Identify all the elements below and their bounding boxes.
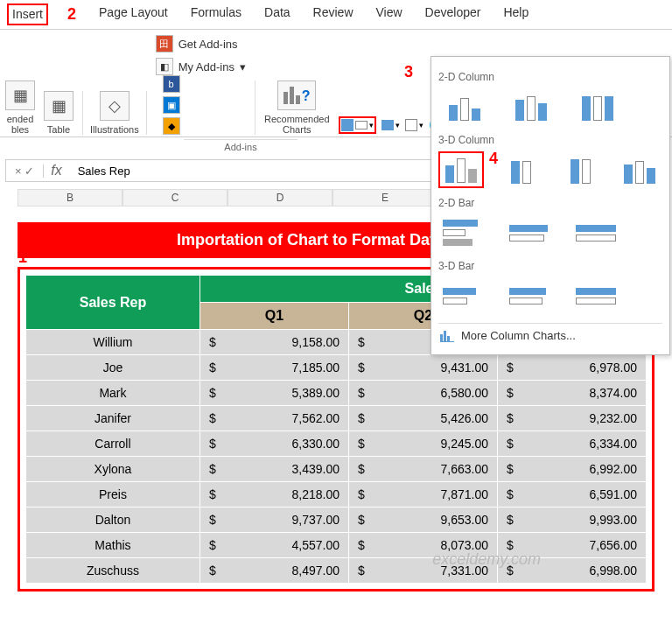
cell-q1[interactable]: $7,185.00 bbox=[200, 355, 348, 381]
cell-q1[interactable]: $9,737.00 bbox=[200, 508, 348, 533]
bles-label: bles bbox=[11, 124, 29, 135]
my-addins-button[interactable]: ◧ My Add-ins ▾ bbox=[156, 58, 246, 75]
cell-name[interactable]: Dalton bbox=[26, 508, 200, 533]
100-stacked-column-2d[interactable] bbox=[571, 88, 624, 125]
hdr-sales-rep: Sales Rep bbox=[26, 276, 200, 330]
col-b[interactable]: B bbox=[18, 189, 122, 206]
insert-combo-chart-button[interactable]: ▾ bbox=[382, 120, 400, 130]
clustered-column-3d[interactable] bbox=[438, 151, 484, 188]
cell-q1[interactable]: $6,330.00 bbox=[200, 431, 348, 457]
cell-q1[interactable]: $8,497.00 bbox=[200, 558, 348, 584]
cell-q2[interactable]: $6,580.00 bbox=[348, 381, 497, 406]
cell-name[interactable]: Joe bbox=[26, 355, 200, 381]
cell-name[interactable]: Mark bbox=[26, 381, 200, 406]
cell-q3[interactable]: $9,993.00 bbox=[497, 508, 646, 533]
cell-q3[interactable]: $8,374.00 bbox=[497, 381, 646, 406]
col-c[interactable]: C bbox=[122, 189, 228, 206]
cell-q3[interactable]: $6,591.00 bbox=[497, 482, 646, 508]
stacked-bar-3d[interactable] bbox=[505, 277, 557, 314]
col-e[interactable]: E bbox=[332, 189, 438, 206]
100-stacked-bar-3d[interactable] bbox=[571, 277, 624, 314]
cell-name[interactable]: Zuschuss bbox=[26, 558, 200, 584]
cell-q1[interactable]: $4,557.00 bbox=[200, 533, 348, 558]
cell-q2[interactable]: $7,871.00 bbox=[348, 482, 497, 508]
table-row[interactable]: Janifer $7,562.00 $5,426.00 $9,232.00 bbox=[26, 406, 647, 431]
tab-review[interactable]: Review bbox=[310, 4, 357, 25]
stacked-column-2d[interactable] bbox=[505, 88, 557, 125]
recommended-charts-icon[interactable]: ? bbox=[277, 80, 316, 110]
table-icon[interactable]: ▦ bbox=[44, 91, 74, 121]
visio-icon[interactable]: ◆ bbox=[163, 117, 180, 135]
illustrations-icon[interactable]: ◇ bbox=[100, 91, 130, 121]
cell-q3[interactable]: $6,998.00 bbox=[497, 558, 646, 584]
column-3d[interactable] bbox=[617, 151, 662, 188]
more-column-charts[interactable]: More Column Charts... bbox=[438, 323, 662, 347]
cell-q2[interactable]: $5,426.00 bbox=[348, 406, 497, 431]
cell-name[interactable]: Carroll bbox=[26, 431, 200, 457]
tab-page-layout[interactable]: Page Layout bbox=[95, 4, 172, 25]
annotation-3: 3 bbox=[404, 63, 413, 81]
cell-name[interactable]: Willium bbox=[26, 330, 200, 355]
bing-maps-icon[interactable]: b bbox=[163, 75, 180, 93]
cell-q3[interactable]: $6,992.00 bbox=[497, 457, 646, 482]
name-box-controls[interactable]: × ✓ bbox=[6, 164, 44, 178]
100-stacked-bar-2d[interactable] bbox=[571, 214, 624, 251]
insert-column-chart-button[interactable]: ▾ bbox=[339, 116, 376, 134]
formula-value[interactable]: Sales Rep bbox=[69, 164, 139, 178]
cell-q2[interactable]: $8,073.00 bbox=[348, 533, 497, 558]
insert-maps-button[interactable]: ▾ bbox=[405, 119, 424, 131]
tab-data[interactable]: Data bbox=[261, 4, 294, 25]
clustered-column-2d[interactable] bbox=[438, 88, 491, 125]
cell-q2[interactable]: $9,245.00 bbox=[348, 431, 497, 457]
table-row[interactable]: Preis $8,218.00 $7,871.00 $6,591.00 bbox=[26, 482, 647, 508]
more-column-charts-label: More Column Charts... bbox=[461, 329, 576, 342]
cell-q1[interactable]: $8,218.00 bbox=[200, 482, 348, 508]
clustered-bar-2d[interactable] bbox=[438, 214, 491, 251]
cell-q1[interactable]: $7,562.00 bbox=[200, 406, 348, 431]
100-stacked-column-3d[interactable] bbox=[557, 151, 603, 188]
cell-q3[interactable]: $6,334.00 bbox=[497, 431, 646, 457]
chevron-down-icon: ▾ bbox=[419, 121, 424, 130]
recommended-charts-label: Recommended Charts bbox=[264, 114, 330, 135]
cell-q1[interactable]: $3,439.00 bbox=[200, 457, 348, 482]
table-row[interactable]: Carroll $6,330.00 $9,245.00 $6,334.00 bbox=[26, 431, 647, 457]
annotation-1: 1 bbox=[18, 248, 27, 267]
annotation-2: 2 bbox=[64, 4, 80, 25]
stacked-bar-2d[interactable] bbox=[505, 214, 557, 251]
cell-q3[interactable]: $9,232.00 bbox=[497, 406, 646, 431]
tab-developer[interactable]: Developer bbox=[422, 4, 485, 25]
col-d[interactable]: D bbox=[228, 189, 332, 206]
table-row[interactable]: Mathis $4,557.00 $8,073.00 $7,656.00 bbox=[26, 533, 647, 558]
cell-q2[interactable]: $7,663.00 bbox=[348, 457, 497, 482]
section-3d-column: 3-D Column bbox=[438, 134, 662, 146]
fx-icon[interactable]: fx bbox=[44, 163, 68, 178]
table-row[interactable]: Xylona $3,439.00 $7,663.00 $6,992.00 bbox=[26, 457, 647, 482]
pivot-ended-icon[interactable]: ▦ bbox=[5, 80, 35, 110]
table-row[interactable]: Mark $5,389.00 $6,580.00 $8,374.00 bbox=[26, 381, 647, 406]
people-graph-icon[interactable]: ▣ bbox=[163, 96, 180, 114]
illustrations-label: Illustrations bbox=[90, 124, 139, 135]
get-addins-button[interactable]: 田 Get Add-ins bbox=[156, 35, 246, 52]
cell-name[interactable]: Janifer bbox=[26, 406, 200, 431]
stacked-column-3d[interactable] bbox=[498, 151, 543, 188]
table-row[interactable]: Joe $7,185.00 $9,431.00 $6,978.00 bbox=[26, 355, 647, 381]
cell-name[interactable]: Mathis bbox=[26, 533, 200, 558]
cell-q3[interactable]: $6,978.00 bbox=[497, 355, 646, 381]
cell-q2[interactable]: $9,653.00 bbox=[348, 508, 497, 533]
table-row[interactable]: Dalton $9,737.00 $9,653.00 $9,993.00 bbox=[26, 508, 647, 533]
cell-name[interactable]: Preis bbox=[26, 482, 200, 508]
chevron-down-icon: ▾ bbox=[396, 121, 400, 130]
cell-name[interactable]: Xylona bbox=[26, 457, 200, 482]
tab-help[interactable]: Help bbox=[500, 4, 532, 25]
cell-q1[interactable]: $5,389.00 bbox=[200, 381, 348, 406]
cell-q3[interactable]: $7,656.00 bbox=[497, 533, 646, 558]
tab-insert[interactable]: Insert bbox=[7, 4, 48, 25]
cell-q2[interactable]: $9,431.00 bbox=[348, 355, 497, 381]
table-row[interactable]: Zuschuss $8,497.00 $7,331.00 $6,998.00 bbox=[26, 558, 647, 584]
cell-q2[interactable]: $7,331.00 bbox=[348, 558, 497, 584]
cell-q1[interactable]: $9,158.00 bbox=[200, 330, 348, 355]
tab-view[interactable]: View bbox=[373, 4, 406, 25]
clustered-bar-3d[interactable] bbox=[438, 277, 491, 314]
my-addins-label: My Add-ins bbox=[178, 60, 234, 74]
tab-formulas[interactable]: Formulas bbox=[187, 4, 245, 25]
